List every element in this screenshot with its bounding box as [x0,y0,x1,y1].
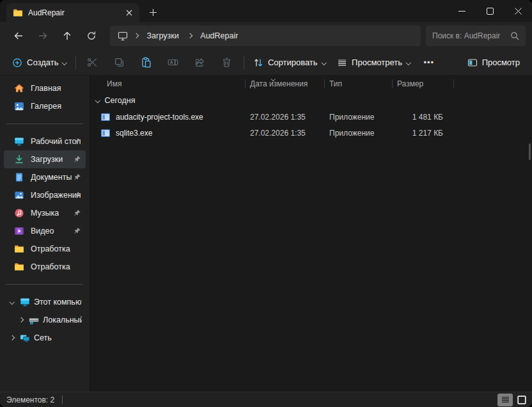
sidebar-item-this-pc[interactable]: Этот компьютер [4,293,86,311]
this-pc-icon [118,31,128,41]
folder-icon [13,8,23,18]
column-header-name[interactable]: Имя [90,76,245,92]
forward-button[interactable] [31,26,55,46]
sidebar-item-music[interactable]: Музыка [4,204,86,222]
toolbar-separator [75,56,76,70]
sidebar-item-network[interactable]: Сеть [4,329,86,347]
file-date: 27.02.2026 1:35 [245,129,324,138]
disk-drive-icon [29,315,39,325]
sidebar-item-label: Музыка [31,209,59,218]
paste-button[interactable] [133,52,160,73]
chevron-down-icon [406,60,411,65]
pin-icon [74,209,81,217]
sidebar-item-label: Отработка [31,244,70,253]
sidebar-item-desktop[interactable]: Рабочий стол [4,132,86,150]
view-button[interactable]: Просмотреть [331,52,416,73]
rename-button[interactable] [160,52,187,73]
main-area: Главная Галерея Рабочий стол [0,76,532,392]
sidebar-item-pictures[interactable]: Изображения [4,186,86,204]
sidebar-separator [6,124,83,124]
delete-button[interactable] [214,52,240,73]
group-header-today[interactable]: Сегодня [90,92,532,109]
back-button[interactable] [6,26,31,46]
gallery-icon [14,101,24,111]
search-box[interactable] [426,26,526,46]
search-input[interactable] [432,31,510,40]
chevron-right-icon [187,33,192,38]
sort-button[interactable]: Сортировать [247,52,331,73]
preview-pane-icon [467,58,478,68]
up-button[interactable] [55,26,79,46]
details-view-button[interactable] [497,394,513,406]
chevron-right-icon[interactable] [8,336,16,340]
column-header-label: Дата изменения [250,79,308,88]
sidebar-item-otrabotka-1[interactable]: Отработка [4,240,86,258]
file-row[interactable]: audacity-project-tools.exe 27.02.2026 1:… [90,109,532,125]
sidebar-item-label: Сеть [34,333,52,342]
statusbar-divider [62,395,63,404]
toolbar-separator [244,56,244,70]
preview-toggle-button[interactable]: Просмотр [462,52,526,73]
column-header-date[interactable]: Дата изменения [245,76,324,92]
sidebar-separator [6,284,83,285]
home-icon [14,83,24,93]
more-options-button[interactable]: ••• [416,58,442,67]
sidebar-item-gallery[interactable]: Галерея [4,97,86,115]
chevron-down-icon [95,98,100,103]
exe-icon [100,128,111,138]
column-header-filler [453,76,532,92]
column-header-label: Тип [329,79,342,88]
sidebar-item-videos[interactable]: Видео [4,222,86,240]
tab-close-icon[interactable] [123,6,136,19]
new-tab-button[interactable] [145,4,161,20]
pin-icon [74,191,81,199]
file-type: Приложение [324,129,392,138]
sidebar-item-downloads[interactable]: Загрузки [4,150,86,168]
file-row[interactable]: sqlite3.exe 27.02.2026 1:35 Приложение 1… [90,125,532,141]
file-size: 1 481 КБ [392,113,453,122]
breadcrumb-downloads[interactable]: Загрузки [145,30,182,42]
address-bar: Загрузки AudRepair [0,22,532,50]
downloads-icon [14,154,24,164]
sidebar-item-local-disk[interactable]: Локальный диск [4,311,86,329]
file-type: Приложение [324,113,392,122]
file-name: audacity-project-tools.exe [116,113,203,122]
refresh-button[interactable] [79,26,104,46]
new-button[interactable]: Создать [6,52,72,73]
sidebar-item-label: Загрузки [31,155,63,164]
sort-icon [253,58,263,68]
breadcrumb-current[interactable]: AudRepair [198,30,240,42]
column-header-size[interactable]: Размер [392,76,453,92]
sidebar-item-label: Документы [31,173,72,182]
chevron-right-icon[interactable] [17,318,25,322]
close-button[interactable] [504,0,532,22]
tab-audrepair[interactable]: AudRepair [6,3,139,22]
exe-icon [100,112,111,122]
column-header-type[interactable]: Тип [324,76,392,92]
file-size: 1 217 КБ [392,129,453,138]
titlebar: AudRepair [0,0,532,22]
copy-button[interactable] [106,52,133,73]
share-button[interactable] [187,52,214,73]
scrollbar-thumb[interactable] [529,143,531,160]
sidebar-item-otrabotka-2[interactable]: Отработка [4,258,86,276]
minimize-button[interactable] [448,0,476,22]
tab-title: AudRepair [28,8,118,17]
breadcrumb[interactable]: Загрузки AudRepair [110,26,421,46]
pin-icon [74,156,81,163]
folder-icon [14,262,24,272]
file-name: sqlite3.exe [116,129,152,138]
status-bar: Элементов: 2 [0,392,532,407]
search-icon [510,31,519,40]
desktop-icon [14,136,24,147]
file-list-pane: Имя Дата изменения Тип Размер Сегодня [90,76,532,392]
sidebar-item-documents[interactable]: Документы [4,168,86,186]
file-date: 27.02.2026 1:35 [245,113,324,122]
chevron-down-icon[interactable] [8,300,16,304]
column-header-label: Имя [107,79,121,88]
maximize-button[interactable] [476,0,504,22]
cut-button[interactable] [79,52,106,73]
sidebar-item-home[interactable]: Главная [4,79,86,97]
thumbnails-view-button[interactable] [514,394,529,406]
column-header-label: Размер [397,79,423,88]
